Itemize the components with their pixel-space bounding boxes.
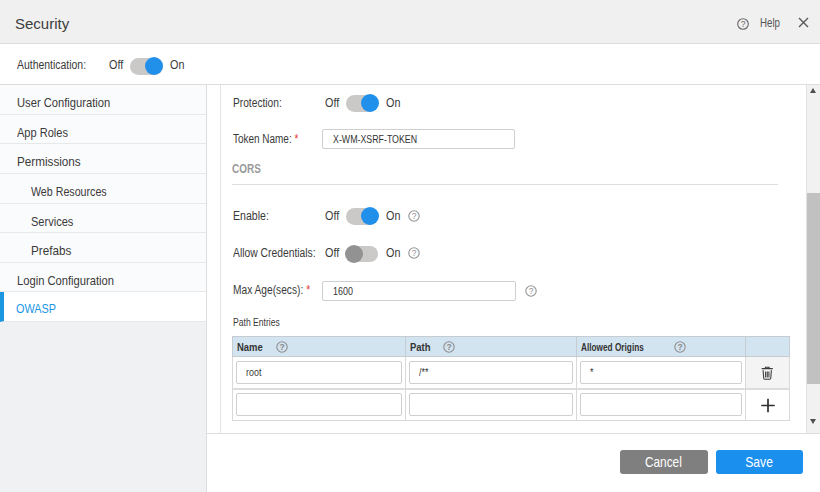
svg-text:?: ? [677,341,682,351]
svg-text:?: ? [412,211,417,221]
svg-text:?: ? [446,341,451,351]
svg-text:?: ? [740,18,745,28]
svg-text:?: ? [412,248,417,258]
svg-text:?: ? [528,286,533,296]
svg-text:?: ? [279,341,284,351]
